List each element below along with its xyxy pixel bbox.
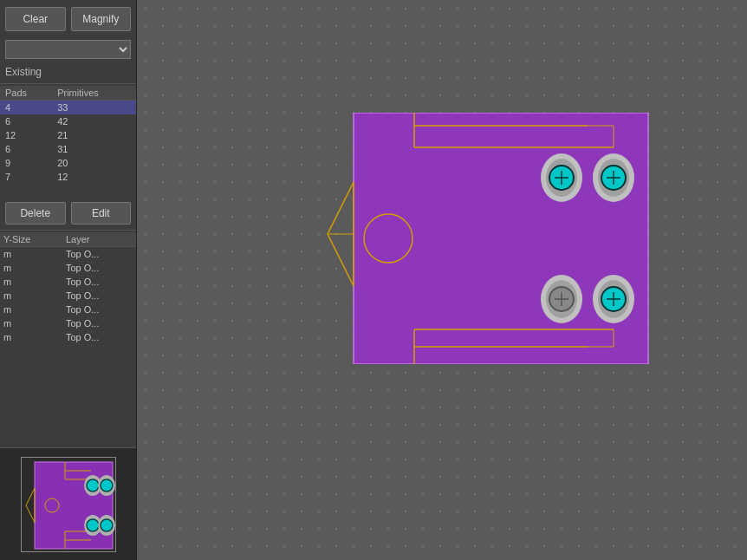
layer-cell: Top O... — [62, 316, 136, 330]
preview-svg — [22, 458, 117, 553]
primitives-table-row[interactable]: m Top O... — [0, 247, 136, 262]
primitives-table-row[interactable]: m Top O... — [0, 316, 136, 330]
pads-table-row[interactable]: 6 42 — [0, 114, 136, 128]
pads-cell: 9 — [0, 156, 52, 170]
svg-rect-0 — [35, 462, 113, 549]
pads-col-header: Pads — [0, 86, 52, 101]
layer-cell: Top O... — [62, 247, 136, 262]
primitives-table-row[interactable]: m Top O... — [0, 261, 136, 275]
primitives-table-row[interactable]: m Top O... — [0, 275, 136, 289]
primitives-table-row[interactable]: m Top O... — [0, 330, 136, 344]
layer-cell: Top O... — [62, 289, 136, 303]
svg-rect-18 — [354, 113, 648, 364]
y-size-cell: m — [0, 247, 62, 262]
pads-cell: 7 — [0, 170, 52, 184]
existing-label: Existing — [0, 62, 136, 81]
pads-cell: 6 — [0, 142, 52, 156]
dropdown-row — [0, 38, 136, 62]
delete-button[interactable]: Delete — [5, 202, 66, 225]
y-size-cell: m — [0, 316, 62, 330]
svg-point-17 — [101, 519, 113, 531]
layer-cell: Top O... — [62, 261, 136, 275]
primitives-cell: 12 — [52, 170, 136, 184]
primitives-table-row[interactable]: m Top O... — [0, 289, 136, 303]
svg-point-11 — [87, 479, 99, 492]
edit-button[interactable]: Edit — [71, 202, 132, 225]
layer-col-header: Layer — [62, 232, 136, 247]
preview-box — [21, 457, 116, 552]
pcb-svg — [310, 113, 674, 364]
main-dropdown[interactable] — [5, 40, 131, 59]
main-canvas[interactable] — [137, 0, 747, 560]
primitives-cell: 21 — [52, 128, 136, 142]
pads-table-row[interactable]: 9 20 — [0, 156, 136, 170]
svg-marker-2 — [26, 488, 35, 523]
primitives-cell: 31 — [52, 142, 136, 156]
toolbar-row: Clear Magnify — [0, 0, 136, 38]
pads-table: Pads Primitives 4 33 6 42 12 21 6 31 9 2… — [0, 86, 136, 184]
pads-cell: 6 — [0, 114, 52, 128]
pads-cell: 12 — [0, 128, 52, 142]
layer-cell: Top O... — [62, 330, 136, 344]
divider-2 — [0, 230, 136, 231]
y-size-cell: m — [0, 289, 62, 303]
pads-cell: 4 — [0, 101, 52, 115]
pads-table-container: Pads Primitives 4 33 6 42 12 21 6 31 9 2… — [0, 86, 136, 199]
pads-table-row[interactable]: 4 33 — [0, 101, 136, 115]
y-size-cell: m — [0, 303, 62, 316]
y-size-cell: m — [0, 275, 62, 289]
primitives-cell: 20 — [52, 156, 136, 170]
clear-button[interactable]: Clear — [5, 7, 66, 31]
preview-panel — [0, 447, 136, 560]
svg-point-15 — [87, 519, 99, 531]
magnify-button[interactable]: Magnify — [71, 7, 132, 31]
primitives-table: Y-Size Layer m Top O... m Top O... m Top… — [0, 232, 136, 344]
primitives-table-container: Y-Size Layer m Top O... m Top O... m Top… — [0, 232, 136, 447]
pads-table-row[interactable]: 6 31 — [0, 142, 136, 156]
y-size-cell: m — [0, 330, 62, 344]
pads-action-row: Delete Edit — [0, 199, 136, 228]
pads-table-row[interactable]: 12 21 — [0, 128, 136, 142]
layer-cell: Top O... — [62, 275, 136, 289]
divider-1 — [0, 83, 136, 84]
primitives-cell: 42 — [52, 114, 136, 128]
y-size-col-header: Y-Size — [0, 232, 62, 247]
layer-cell: Top O... — [62, 303, 136, 316]
primitives-col-header: Primitives — [52, 86, 136, 101]
pads-table-row[interactable]: 7 12 — [0, 170, 136, 184]
svg-point-13 — [101, 479, 113, 492]
primitives-cell: 33 — [52, 101, 136, 115]
left-panel: Clear Magnify Existing Pads Primitives 4… — [0, 0, 137, 560]
primitives-table-row[interactable]: m Top O... — [0, 303, 136, 316]
y-size-cell: m — [0, 261, 62, 275]
